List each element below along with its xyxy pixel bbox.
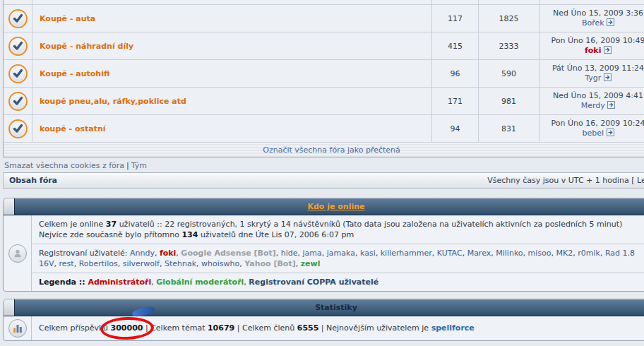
text-segment: , [376,249,381,258]
last-post-date: Pon Úno 16, 2009 10:49 [551,36,644,46]
bot-name: Google Adsense [Bot] [181,249,275,258]
user-link[interactable]: Stehnak [165,259,196,268]
mark-all-read-link[interactable]: Označit všechna fóra jako přečtená [263,145,400,155]
topics-count: 171 [432,88,479,114]
topics-count: 94 [432,115,479,142]
forum-read-check-icon [8,92,28,111]
text-segment: | Celkem témat [143,323,208,333]
last-post-cell: Ned Úno 15, 2009 3:36 Bořek [539,5,644,32]
legend-link[interactable]: Administrátoři [88,278,151,287]
last-post-cell: Pon Úno 16, 2009 10:24 bebel [539,115,644,142]
text-segment: , [322,249,327,258]
last-post-user-link[interactable]: bebel [582,129,604,138]
view-latest-post-icon[interactable] [604,73,612,83]
user-link[interactable]: Milinko [496,249,523,258]
posts-count: 981 [479,88,539,114]
text-segment: 134 [181,230,198,239]
legend-link[interactable]: Registrovaní COPPA uživatelé [249,278,378,287]
team-link[interactable]: Tým [131,161,147,170]
delete-cookies-link[interactable]: Smazat všechna cookies z fóra [4,161,124,170]
posts-count: 1825 [479,5,539,32]
posts-count: 2333 [479,32,539,59]
posts-count: 831 [479,115,539,142]
last-post-user-link[interactable]: Bořek [582,18,604,28]
forum-row-partial [4,0,644,5]
forum-link[interactable]: Koupě - náhradní díly [40,42,133,51]
user-link[interactable]: killerhammer [381,249,432,258]
forum-row: Koupě - náhradní díly 415 2333 Pon Úno 1… [4,32,644,60]
user-link[interactable]: jama [303,249,322,258]
forum-link[interactable]: koupě pneu,alu, ráfky,poklice atd [40,97,186,106]
text-segment: , [298,249,303,258]
topics-count: 117 [432,5,479,32]
user-link[interactable]: Anndy [130,249,155,258]
user-link[interactable]: jamaka [327,249,355,258]
forum-read-check-icon [8,9,28,28]
user-link[interactable]: MK2 [556,249,573,258]
last-post-user-link[interactable]: Tygr [585,73,601,83]
bot-name: Yahoo [Bot] [244,259,295,268]
text-segment: , [296,259,301,268]
timezone-text: Všechny časy jsou v UTC + 1 hodina [ Let… [487,176,644,185]
user-link[interactable]: Robertilos [79,259,118,268]
forum-link[interactable]: koupě - ostatní [40,124,106,133]
forum-row: koupě - ostatní 94 831 Pon Úno 16, 2009 … [4,115,644,143]
text-segment: | Celkem členů [234,323,297,333]
text-segment: Celkem je online [39,220,106,229]
text-segment: 6555 [297,323,319,333]
who-is-online-link[interactable]: Kdo je online [307,202,364,211]
user-link[interactable]: whoiswho [201,259,239,268]
user-link[interactable]: foki [160,249,176,258]
legend-link[interactable]: Globální moderátoři [156,278,244,287]
user-link[interactable]: rest [59,259,74,268]
statistics-title: Statistiky [315,303,357,312]
user-link[interactable]: misoo [528,249,551,258]
text-segment: , [54,259,59,268]
user-link[interactable]: silverwolf [123,259,160,268]
online-summary: Celkem je online 37 uživatelů :: 22 regi… [32,215,644,244]
text-segment: Registrovaní uživatelé: [39,249,130,258]
text-segment: , [160,259,165,268]
text-segment: , [523,249,528,258]
table-footer-links: Smazat všechna cookies z fóra|Tým [0,157,644,171]
topics-count: 415 [432,32,479,59]
last-post-user-link[interactable]: Merdy [581,101,605,110]
forum-read-check-icon [8,64,28,83]
user-link[interactable]: hide [281,249,298,258]
forum-rows: Koupě - auta 117 1825 Ned Úno 15, 2009 3… [4,5,644,143]
last-post-cell: Pon Úno 16, 2009 10:49 foki [539,32,644,59]
topics-count: 96 [432,60,479,87]
forum-row: Koupě - auta 117 1825 Ned Úno 15, 2009 3… [4,5,644,32]
user-link[interactable]: spellforce [431,323,475,333]
text-segment: 300000 [111,323,143,333]
text-segment: | Nejnovějším uživatelem je [318,323,431,333]
last-post-user-link[interactable]: foki [585,46,601,55]
registered-users: Registrovaní uživatelé: Anndy, foki, Goo… [32,244,644,273]
last-post-date: Ned Úno 15, 2009 4:41 [553,91,643,101]
view-latest-post-icon[interactable] [607,18,614,28]
user-link[interactable]: zewl [301,259,321,268]
text-segment: , [600,249,605,258]
text-segment: , [155,249,160,258]
view-latest-post-icon[interactable] [607,101,615,110]
last-post-date: Pon Úno 16, 2009 10:24 [551,119,644,129]
forum-link[interactable]: Koupě - auta [40,14,95,23]
user-link[interactable]: KUTAC [437,249,463,258]
forum-read-check-icon [8,37,28,56]
user-link[interactable]: Marex [467,249,491,258]
text-segment: Celkem příspěvků [39,323,111,333]
view-latest-post-icon[interactable] [604,46,612,55]
person-icon [8,244,27,263]
forum-row: koupě pneu,alu, ráfky,poklice atd 171 98… [4,88,644,115]
text-segment: , [463,249,467,258]
text-segment: Nejvíce zde současně bylo přítomno [39,230,181,239]
forum-link[interactable]: Koupě - autohifi [40,69,109,78]
last-post-cell: Ned Úno 15, 2009 4:41 Merdy [539,88,644,114]
user-link[interactable]: r0mik [578,249,600,258]
text-segment: Legenda :: [39,278,88,287]
link-separator: | [124,161,131,170]
board-index-link[interactable]: Obsah fóra [9,176,57,185]
view-latest-post-icon[interactable] [607,129,614,138]
user-link[interactable]: kasi [360,249,376,258]
last-post-cell: Pát Úno 13, 2009 11:24 Tygr [539,60,644,87]
